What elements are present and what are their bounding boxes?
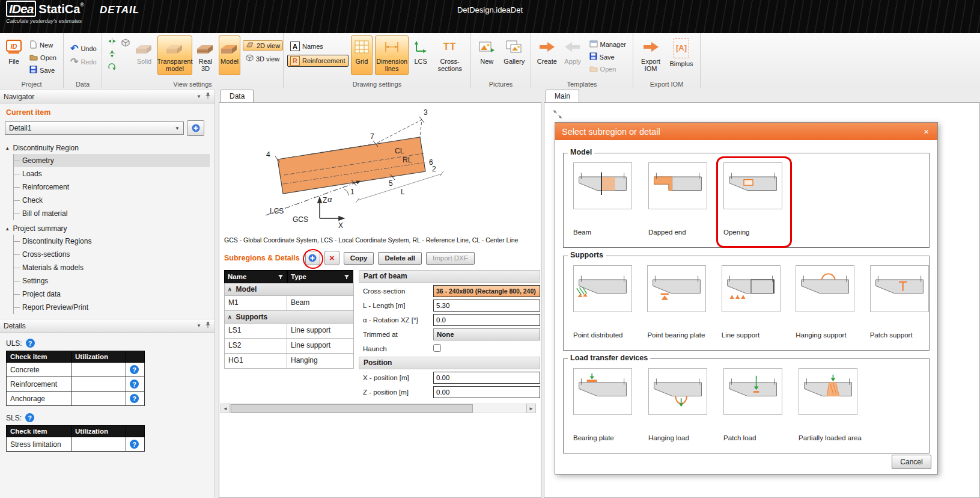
picture-new-button[interactable]: New (475, 35, 499, 75)
dialog-header[interactable]: Select subregion or detail × (555, 123, 937, 140)
scrollbar-track[interactable] (230, 404, 526, 413)
add-detail-button[interactable] (187, 120, 204, 136)
card-patch-support[interactable]: Patch support (870, 265, 929, 339)
lcs-button[interactable]: LCS (411, 35, 430, 75)
card-partially-loaded-area[interactable]: Partially loaded area (799, 368, 871, 441)
group-row-model[interactable]: ∧ Model (224, 283, 354, 296)
card-bearing-plate[interactable]: Bearing plate (573, 368, 633, 441)
cross-sections-button[interactable]: TT Cross-sections (433, 35, 467, 75)
expander-icon[interactable]: ▴ (6, 145, 9, 151)
grid-button[interactable]: Grid (351, 35, 373, 75)
help-icon[interactable]: ? (25, 413, 34, 422)
pin-icon[interactable] (205, 92, 211, 101)
tree-item-geometry[interactable]: Geometry (14, 154, 210, 167)
dimension-lines-button[interactable]: Dimension lines (375, 35, 409, 75)
flip-horizontal-button[interactable] (106, 35, 118, 47)
copy-button[interactable]: Copy (344, 252, 374, 265)
rotation-input[interactable] (433, 314, 540, 326)
card-point-distributed[interactable]: Point distributed (573, 265, 632, 339)
tree-item-reinforcement[interactable]: Reinforcement (14, 180, 210, 194)
card-line-support[interactable]: Line support (722, 265, 781, 339)
tree-item-materials-models[interactable]: Materials & models (14, 261, 210, 274)
close-icon[interactable]: × (922, 126, 931, 137)
help-icon[interactable]: ? (130, 365, 139, 374)
isometric-view-button[interactable] (120, 37, 131, 48)
table-row-ls1[interactable]: LS1 Line support (224, 324, 354, 339)
scrollbar-thumb[interactable] (231, 404, 473, 413)
length-input[interactable] (433, 300, 540, 312)
card-hanging-support[interactable]: Hanging support (796, 265, 854, 339)
expand-view-button[interactable] (552, 109, 562, 119)
card-opening[interactable]: Opening (723, 162, 784, 236)
redo-button[interactable]: ↷ Redo (67, 57, 100, 67)
template-apply-button[interactable]: Apply (562, 35, 584, 75)
model-button[interactable]: Model (219, 35, 240, 75)
tab-data[interactable]: Data (221, 90, 254, 103)
open-button[interactable]: Open (26, 52, 59, 63)
card-patch-load[interactable]: Patch load (723, 368, 784, 441)
real-3d-button[interactable]: Real 3D (195, 35, 216, 75)
scroll-left-button[interactable]: ◄ (221, 404, 230, 413)
tree-item-project-data[interactable]: Project data (14, 287, 210, 301)
tree-item-cross-sections[interactable]: Cross-sections (14, 248, 210, 261)
card-point-bearing-plate[interactable]: Point bearing plate (647, 265, 706, 339)
horizontal-scrollbar[interactable]: ◄ ► (221, 404, 536, 413)
new-button[interactable]: New (26, 39, 59, 51)
pin-icon[interactable] (205, 321, 211, 330)
view-3d-button[interactable]: 3D view (243, 53, 283, 64)
view-2d-button[interactable]: 2D view (243, 40, 283, 51)
card-beam[interactable]: Beam (573, 162, 633, 236)
collapse-panel-icon[interactable]: ▼ (196, 94, 201, 99)
tree-item-check[interactable]: Check (14, 194, 210, 207)
cross-section-button[interactable]: 36 - 240x800 (Rectangle 800, 240) (433, 285, 540, 297)
file-button[interactable]: ID File (4, 35, 24, 70)
tab-main[interactable]: Main (546, 90, 579, 103)
tree-section-discontinuity-region[interactable]: ▴ Discontinuity Region (5, 142, 210, 154)
add-subregion-button[interactable] (305, 251, 320, 265)
bimplus-button[interactable]: [A] Bimplus (667, 35, 696, 75)
undo-button[interactable]: ↶ Undo (67, 44, 100, 54)
table-row-hg1[interactable]: HG1 Hanging (224, 354, 354, 369)
expander-icon[interactable]: ▴ (6, 226, 9, 232)
filter-icon[interactable] (278, 274, 284, 280)
scroll-right-button[interactable]: ► (526, 404, 536, 413)
import-dxf-button[interactable]: Import DXF (426, 252, 475, 265)
delete-all-button[interactable]: Delete all (378, 252, 422, 265)
tree-section-project-summary[interactable]: ▴ Project summary (5, 223, 210, 235)
names-button[interactable]: A Names (287, 40, 348, 52)
transparent-model-button[interactable]: Transparent model (157, 35, 192, 75)
card-dapped-end[interactable]: Dapped end (648, 162, 708, 236)
detail-selector-dropdown[interactable]: Detail1 ▼ (5, 121, 184, 135)
tree-item-discontinuity-regions[interactable]: Discontinuity Regions (14, 235, 210, 248)
template-save-button[interactable]: Save (586, 51, 629, 63)
save-button[interactable]: Save (26, 64, 59, 76)
template-manager-button[interactable]: Manager (586, 39, 629, 50)
help-icon[interactable]: ? (130, 394, 139, 403)
haunch-checkbox[interactable] (433, 344, 441, 352)
tree-item-report-preview-print[interactable]: Report Preview/Print (14, 301, 210, 314)
flip-vertical-button[interactable] (106, 48, 118, 60)
reinforcement-button[interactable]: R Reinforcement (287, 55, 348, 67)
delete-subregion-button[interactable]: × (324, 251, 339, 265)
help-icon[interactable]: ? (26, 339, 35, 348)
template-open-button[interactable]: Open (586, 64, 629, 75)
x-position-input[interactable] (433, 372, 540, 384)
z-position-input[interactable] (433, 386, 540, 398)
card-hanging-load[interactable]: Hanging load (648, 368, 708, 441)
tree-item-settings[interactable]: Settings (14, 274, 210, 287)
solid-button[interactable]: Solid (133, 35, 155, 75)
help-icon[interactable]: ? (130, 380, 139, 389)
trimmed-at-dropdown[interactable]: None (433, 328, 540, 340)
table-row-ls2[interactable]: LS2 Line support (224, 339, 354, 354)
filter-icon[interactable] (344, 274, 350, 280)
group-row-supports[interactable]: ∧ Supports (224, 311, 354, 324)
gallery-button[interactable]: Gallery (502, 35, 527, 75)
cancel-button[interactable]: Cancel (892, 455, 931, 469)
help-icon[interactable]: ? (130, 440, 139, 449)
export-iom-button[interactable]: Export IOM (637, 35, 665, 75)
tree-item-bill-of-material[interactable]: Bill of material (14, 207, 210, 220)
tree-item-loads[interactable]: Loads (14, 167, 210, 180)
rotate-view-button[interactable] (106, 61, 118, 72)
table-row-m1[interactable]: M1 Beam (224, 296, 354, 311)
template-create-button[interactable]: Create (535, 35, 559, 75)
